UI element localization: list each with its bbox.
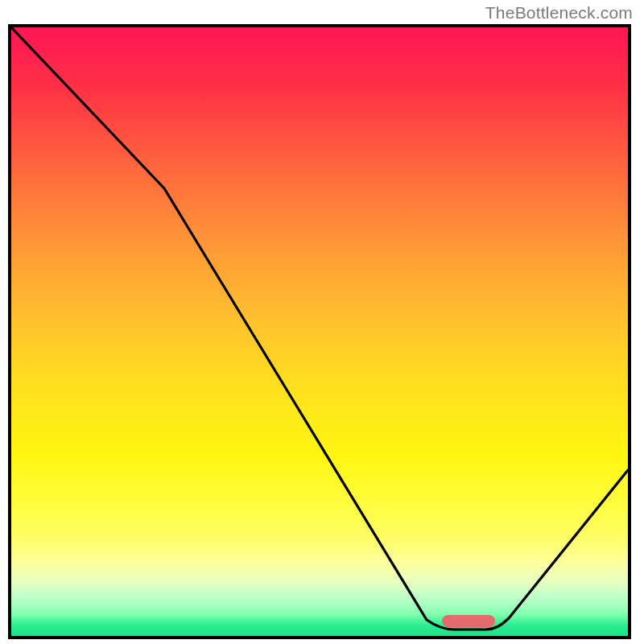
- bottleneck-curve-path: [11, 27, 628, 630]
- bottleneck-curve: [11, 27, 628, 636]
- chart-frame: [8, 24, 631, 639]
- watermark: TheBottleneck.com: [485, 3, 633, 23]
